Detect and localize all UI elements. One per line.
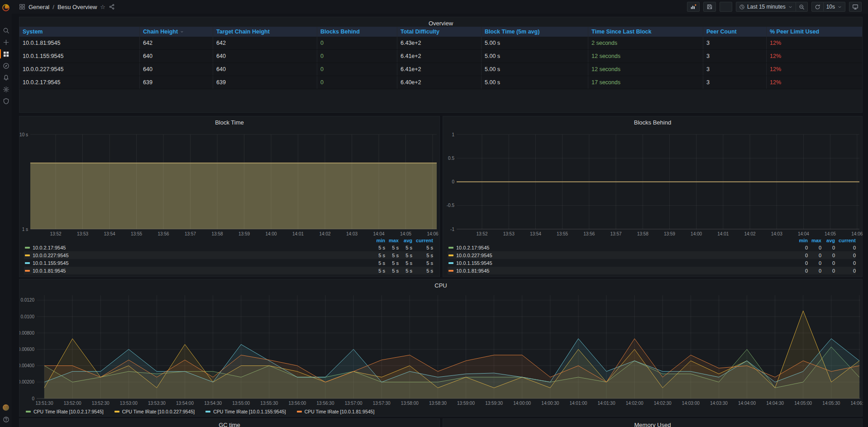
breadcrumb-section[interactable]: General bbox=[29, 4, 49, 10]
sidebar-item-plus[interactable] bbox=[0, 36, 12, 48]
configuration-gear-icon bbox=[3, 86, 10, 93]
legend-col-min[interactable]: min bbox=[372, 238, 385, 243]
panel-title-blocks-behind[interactable]: Blocks Behind bbox=[443, 119, 862, 126]
zoom-out-button[interactable] bbox=[796, 2, 808, 12]
column-header-time-since-last-block[interactable]: Time Since Last Block bbox=[588, 27, 703, 37]
svg-text:1: 1 bbox=[452, 132, 454, 137]
refresh-button[interactable] bbox=[811, 2, 824, 12]
legend-header: minmaxavgcurrent bbox=[448, 237, 856, 244]
overview-table: SystemChain HeightTarget Chain HeightBlo… bbox=[19, 27, 862, 89]
legend-col-current[interactable]: current bbox=[835, 238, 856, 243]
legend-col-max[interactable]: max bbox=[808, 238, 821, 243]
share-icon[interactable] bbox=[109, 4, 115, 10]
svg-text:13:59:30: 13:59:30 bbox=[485, 401, 503, 406]
sidebar-item-shield[interactable] bbox=[0, 95, 12, 107]
table-cell: 0 bbox=[317, 37, 397, 49]
cpu-chart: 0.01200.01000.008000.006000.004000.00200… bbox=[19, 290, 863, 409]
svg-text:14:06: 14:06 bbox=[851, 231, 863, 236]
panel-title-overview[interactable]: Overview bbox=[19, 20, 862, 27]
table-cell: 12% bbox=[767, 37, 861, 49]
cycle-view-button[interactable] bbox=[849, 2, 862, 12]
svg-text:14:05: 14:05 bbox=[400, 231, 411, 236]
svg-text:14:00:00: 14:00:00 bbox=[513, 401, 531, 406]
time-range-picker[interactable]: Last 15 minutes bbox=[736, 2, 796, 12]
table-cell: 10.0.1.81:9545 bbox=[19, 37, 140, 49]
series-stat: 5 s bbox=[399, 268, 412, 273]
column-header-peer-count[interactable]: Peer Count bbox=[703, 27, 767, 37]
sidebar-item-help-icon[interactable] bbox=[0, 413, 12, 425]
legend-col-avg[interactable]: avg bbox=[821, 238, 835, 243]
series-name[interactable]: 10.0.1.155:9545 bbox=[456, 260, 794, 266]
series-name: CPU Time IRate [10.0.1.155:9545] bbox=[213, 409, 286, 414]
cpu-legend-item[interactable]: CPU Time IRate [10.0.1.81:9545] bbox=[296, 409, 375, 414]
legend-col-min[interactable]: min bbox=[794, 238, 808, 243]
table-cell: 12% bbox=[767, 50, 861, 62]
series-name[interactable]: 10.0.2.17:9545 bbox=[456, 245, 794, 250]
series-stat: 5 s bbox=[372, 253, 385, 258]
column-header-total-difficulty[interactable]: Total Difficulty bbox=[397, 27, 482, 37]
series-stat: 5 s bbox=[412, 245, 433, 250]
sort-caret-icon bbox=[180, 29, 184, 34]
series-name[interactable]: 10.0.2.17:9545 bbox=[33, 245, 372, 250]
legend-col-max[interactable]: max bbox=[385, 238, 399, 243]
refresh-interval-picker[interactable]: 10s bbox=[824, 2, 845, 12]
series-color-chip bbox=[25, 270, 30, 272]
table-cell: 639 bbox=[140, 76, 213, 89]
cpu-legend: CPU Time IRate [10.0.2.17:9545]CPU Time … bbox=[25, 409, 374, 414]
help-icon bbox=[3, 416, 10, 423]
cpu-legend-item[interactable]: CPU Time IRate [10.0.0.227:9545] bbox=[114, 409, 195, 414]
legend-col-current[interactable]: current bbox=[412, 238, 433, 243]
series-stat: 0 bbox=[821, 253, 835, 258]
series-name[interactable]: 10.0.1.155:9545 bbox=[33, 260, 372, 266]
sidebar-item-dashboards[interactable] bbox=[0, 48, 12, 60]
table-cell: 12 seconds bbox=[588, 50, 703, 62]
star-icon[interactable]: ☆ bbox=[100, 4, 105, 10]
svg-text:0.00600: 0.00600 bbox=[19, 347, 34, 352]
svg-text:14:03:00: 14:03:00 bbox=[682, 401, 700, 406]
table-cell: 0 bbox=[317, 63, 397, 76]
legend-row: 10.0.0.227:95450000 bbox=[448, 251, 856, 259]
series-color-chip bbox=[26, 411, 31, 413]
series-stat: 5 s bbox=[372, 268, 385, 273]
cpu-legend-item[interactable]: CPU Time IRate [10.0.1.155:9545] bbox=[205, 409, 286, 414]
table-cell: 3 bbox=[703, 63, 767, 76]
series-name[interactable]: 10.0.0.227:9545 bbox=[33, 253, 372, 258]
panel-title-memory-used[interactable]: Memory Used bbox=[443, 422, 862, 427]
grafana-logo bbox=[2, 4, 10, 12]
svg-text:14:01: 14:01 bbox=[717, 231, 729, 236]
table-header-row: SystemChain HeightTarget Chain HeightBlo… bbox=[19, 27, 862, 37]
table-cell: 2 seconds bbox=[588, 37, 703, 49]
time-range-label: Last 15 minutes bbox=[747, 4, 786, 10]
grafana-logo[interactable] bbox=[0, 2, 12, 14]
cpu-legend-item[interactable]: CPU Time IRate [10.0.2.17:9545] bbox=[25, 409, 104, 414]
sidebar-item-user-avatar[interactable] bbox=[0, 402, 12, 413]
legend-col-avg[interactable]: avg bbox=[399, 238, 412, 243]
dashboard-settings-button[interactable] bbox=[720, 2, 732, 12]
panel-title-block-time[interactable]: Block Time bbox=[19, 119, 439, 126]
sidebar-item-alerting-bell[interactable] bbox=[0, 72, 12, 83]
series-color-chip bbox=[25, 262, 30, 264]
column-header--peer-limit-used[interactable]: % Peer Limit Used bbox=[767, 27, 861, 37]
series-stat: 5 s bbox=[412, 268, 433, 273]
sidebar-item-configuration-gear[interactable] bbox=[0, 83, 12, 95]
series-name[interactable]: 10.0.1.81:9545 bbox=[456, 268, 794, 273]
sidebar-item-explore-compass[interactable] bbox=[0, 60, 12, 72]
save-dashboard-button[interactable] bbox=[703, 2, 716, 12]
add-panel-button[interactable] bbox=[687, 2, 700, 12]
panel-title-gc-time[interactable]: GC time bbox=[19, 422, 439, 427]
svg-text:13:54:00: 13:54:00 bbox=[176, 401, 194, 406]
column-header-system[interactable]: System bbox=[19, 27, 140, 37]
series-color-chip bbox=[205, 411, 210, 413]
column-header-block-time-5m-avg-[interactable]: Block Time (5m avg) bbox=[482, 27, 588, 37]
panel-title-cpu[interactable]: CPU bbox=[19, 282, 862, 289]
breadcrumb-title[interactable]: Besu Overview bbox=[57, 4, 97, 10]
sidebar-item-search[interactable] bbox=[0, 24, 12, 36]
series-name[interactable]: 10.0.1.81:9545 bbox=[33, 268, 372, 273]
column-header-blocks-behind[interactable]: Blocks Behind bbox=[317, 27, 397, 37]
series-name[interactable]: 10.0.0.227:9545 bbox=[456, 253, 794, 258]
series-name: CPU Time IRate [10.0.0.227:9545] bbox=[122, 409, 195, 414]
column-header-target-chain-height[interactable]: Target Chain Height bbox=[213, 27, 317, 37]
column-header-chain-height[interactable]: Chain Height bbox=[140, 27, 213, 37]
svg-text:14:04: 14:04 bbox=[373, 231, 384, 236]
panel-blocks-behind: Blocks Behind 10.50-0.5-113:5213:5313:54… bbox=[443, 116, 863, 277]
